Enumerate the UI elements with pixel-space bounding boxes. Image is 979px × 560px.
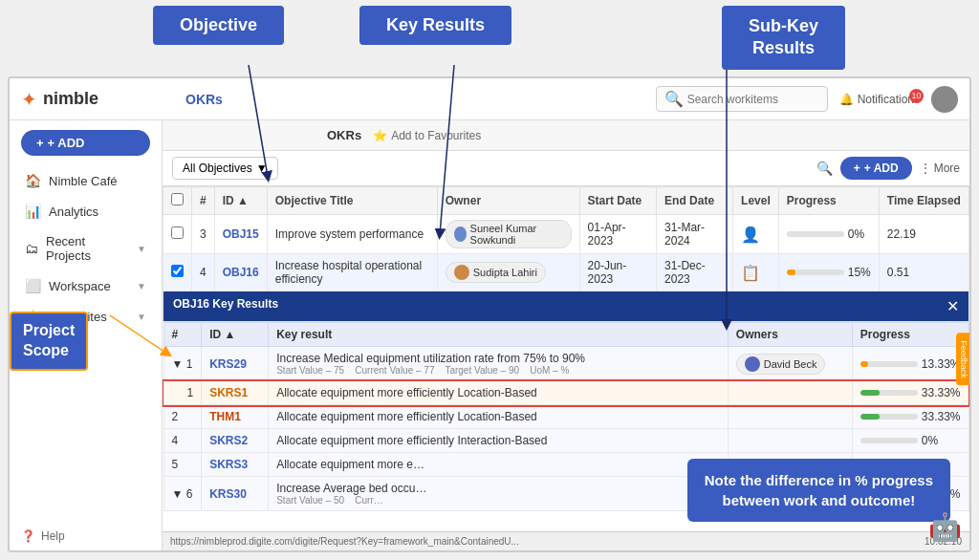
objectives-dropdown[interactable]: All Objectives ▼ (172, 157, 278, 180)
logo-area: ✦ nimble (21, 88, 174, 111)
row-num: 3 (192, 215, 215, 254)
obj-id-link: OBJ16 (223, 266, 259, 279)
time-elapsed: 0.51 (879, 254, 968, 291)
skr-id-link: SKRS1 (209, 386, 248, 399)
logo-text: nimble (43, 89, 98, 109)
sidebar-label: Analytics (49, 205, 98, 219)
sub-key-results-annotation: Sub-Key Results (722, 6, 845, 70)
kr-id-link: KRS30 (209, 487, 247, 501)
sidebar-item-favourites[interactable]: ⭐ Favourites ▼ (13, 302, 158, 331)
col-checkbox (163, 187, 192, 215)
kr-subtitle: Start Value – 50 Curr… (276, 495, 720, 506)
sidebar-label: Favourites (49, 310, 107, 324)
status-time: 10:02:10 (925, 536, 962, 547)
kr-section-header: OBJ16 Key Results ✕ (163, 291, 969, 322)
chevron-down-icon: ▼ (137, 281, 146, 291)
kr-close-button[interactable]: ✕ (946, 297, 959, 315)
kr-title: Allocate equipment more efficiently Inte… (269, 429, 729, 453)
chevron-down-icon: ▼ (137, 312, 146, 322)
table-row: 3 OBJ15 Improve system performance Sunee… (163, 215, 969, 254)
sidebar-item-recent-projects[interactable]: 🗂 Recent Projects ▼ (13, 227, 158, 269)
nav-title: OKRs (185, 92, 644, 107)
kr-row: 2 THM1 Allocate equipment more efficient… (163, 405, 968, 429)
status-url: https://nimbleprod.digite.com/digite/Req… (170, 536, 519, 547)
chevron-down-icon: ▼ (137, 244, 146, 254)
add-button[interactable]: + + ADD (21, 130, 150, 156)
end-date: 31-Dec-2023 (657, 254, 733, 291)
more-button[interactable]: ⋮ More (920, 162, 960, 175)
kr-subtitle: Start Value – 75 Current Value – 77 Targ… (276, 365, 720, 376)
table-toolbar: All Objectives ▼ 🔍 + + ADD ⋮ More (163, 151, 969, 186)
col-num: # (192, 187, 215, 215)
col-level: Level (733, 187, 779, 215)
sidebar-item-nimble-cafe[interactable]: 🏠 Nimble Café (13, 166, 158, 195)
col-owner: Owner (437, 187, 579, 215)
top-nav: ✦ nimble OKRs 🔍 🔔 Notifications 10 (10, 78, 969, 120)
kr-id-link: SKRS2 (209, 434, 248, 447)
kr-col-id: ID ▲ (202, 323, 269, 347)
skr-title: Allocate equipment more efficiently Loca… (269, 381, 729, 405)
table-add-button[interactable]: + + ADD (840, 157, 912, 180)
kr-row: ▼ 1 KRS29 Increase Medical equipment uti… (163, 347, 968, 381)
row-title: Improve system performance (267, 215, 437, 254)
sidebar: + + ADD 🏠 Nimble Café 📊 Analytics 🗂 Rece… (10, 120, 163, 550)
table-row: 4 OBJ16 Increase hospital operational ef… (163, 254, 969, 291)
sidebar-label: Nimble Café (49, 174, 118, 188)
time-elapsed: 22.19 (879, 215, 968, 254)
key-results-annotation: Key Results (359, 6, 511, 45)
progress-bar-bg (787, 231, 844, 237)
kr-col-key-result: Key result (269, 323, 729, 347)
progress-cell: 0% (787, 227, 871, 241)
star-icon: ⭐ (373, 129, 387, 142)
table-search-button[interactable]: 🔍 (816, 161, 833, 176)
user-avatar[interactable] (931, 86, 958, 113)
question-icon: ❓ (21, 529, 35, 543)
select-all-checkbox[interactable] (171, 193, 184, 205)
okr-table: # ID ▲ Objective Title Owner Start Date … (163, 186, 969, 511)
search-icon: 🔍 (664, 90, 684, 108)
sidebar-item-workspace[interactable]: ⬜ Workspace ▼ (13, 271, 158, 300)
sidebar-item-analytics[interactable]: 📊 Analytics (13, 197, 158, 226)
level-cell: 📋 (733, 254, 779, 291)
kr-row: ▼ 6 KRS30 Increase Average bed occu… Sta… (163, 477, 968, 511)
star-icon: ⭐ (25, 309, 41, 324)
col-time-elapsed: Time Elapsed (879, 187, 968, 215)
row-num: 4 (192, 254, 215, 291)
help-item[interactable]: ❓ Help (10, 522, 162, 550)
kr-col-num: # (163, 323, 202, 347)
status-bar: https://nimbleprod.digite.com/digite/Req… (163, 531, 969, 550)
expand-icon[interactable]: ▼ (172, 357, 184, 371)
kr-table: # ID ▲ Key result Owners Progress (163, 322, 969, 511)
kr-id-link: THM1 (209, 410, 241, 423)
kr-id-link: SKRS3 (209, 458, 248, 471)
skr-row: 1 SKRS1 Allocate equipment more efficien… (163, 381, 968, 405)
table-area: OKRs ⭐ Add to Favourites All Objectives … (163, 120, 969, 550)
plus-icon: + (854, 162, 860, 175)
level-icon: 📋 (741, 265, 760, 281)
progress-bar-fill (787, 269, 795, 275)
kr-progress: 0% (860, 434, 961, 447)
notifications-button[interactable]: 🔔 Notifications 10 (839, 93, 920, 106)
sidebar-label: Recent Projects (46, 234, 129, 263)
dots-icon: ⋮ (920, 162, 931, 175)
kr-progress: 16.67% (860, 487, 961, 501)
expand-icon[interactable]: ▼ (172, 487, 184, 501)
search-input[interactable] (687, 93, 821, 106)
search-bar[interactable]: 🔍 (656, 86, 828, 112)
end-date: 31-Mar-2024 (657, 215, 733, 254)
row-checkbox[interactable] (171, 265, 184, 277)
row-title: Increase hospital operational efficiency (267, 254, 437, 291)
kr-progress: 13.33% (860, 357, 961, 371)
plus-icon: + (36, 136, 44, 150)
owner-chip: Sudipta Lahiri (446, 262, 546, 283)
kr-row: 4 SKRS2 Allocate equipment more efficien… (163, 429, 968, 453)
kr-title: Increase Average bed occu… (276, 482, 720, 495)
kr-title: Allocate equipment more efficiently Loca… (269, 405, 729, 429)
obj-id-link: OBJ15 (223, 227, 259, 241)
row-checkbox[interactable] (171, 226, 184, 239)
kr-progress: 33.33% (860, 410, 961, 423)
add-to-favourites-button[interactable]: ⭐ Add to Favourites (373, 129, 481, 142)
sidebar-label: Workspace (49, 279, 111, 293)
feedback-tab[interactable]: Feedback (956, 333, 969, 386)
analytics-icon: 📊 (25, 204, 41, 219)
